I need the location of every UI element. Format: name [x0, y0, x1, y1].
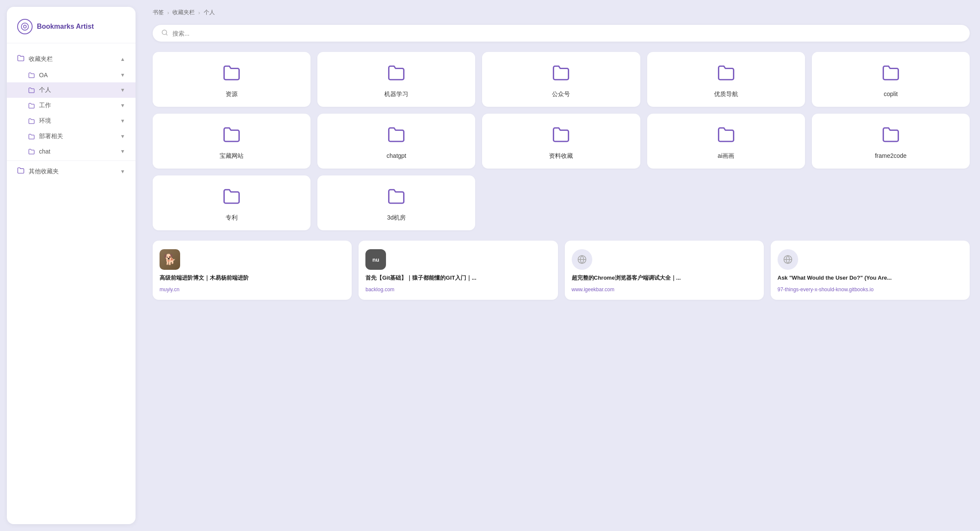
logo-icon: [17, 19, 33, 34]
breadcrumb: 书签 › 收藏夹栏 › 个人: [153, 9, 970, 16]
sidebar-sub-personal[interactable]: 个人 ▼: [7, 82, 136, 98]
folder-icon: [17, 54, 24, 63]
folder-card-icon: [882, 64, 900, 84]
bookmark-url[interactable]: www.igeekbar.com: [572, 287, 615, 293]
folder-card-4[interactable]: coplit: [812, 52, 970, 107]
chevron-up-icon: ▲: [120, 56, 125, 62]
bookmark-card-3[interactable]: Ask "What Would the User Do?" (You Are..…: [771, 241, 970, 300]
sidebar-sub-label-deploy: 部署相关: [39, 133, 63, 140]
folder-card-1[interactable]: 机器学习: [317, 52, 475, 107]
folder-card-icon: [552, 126, 570, 146]
folder-card-label: 资料收藏: [549, 152, 573, 160]
folder-card-2[interactable]: 公众号: [482, 52, 640, 107]
bookmark-card-2[interactable]: 超完整的Chrome浏览器客户端调试大全｜... www.igeekbar.co…: [565, 241, 764, 300]
folder-card-label: 3d机房: [387, 214, 406, 222]
folder-card-label: 资源: [226, 91, 238, 98]
folder-grid: 资源 机器学习 公众号 优质导航 coplit: [153, 52, 970, 230]
bookmark-thumb-generic: [778, 249, 798, 270]
breadcrumb-item-1[interactable]: 收藏夹栏: [172, 9, 195, 16]
folder-card-label: frame2code: [875, 152, 907, 159]
folder-card-label: 机器学习: [384, 91, 408, 98]
bookmark-thumb: [572, 249, 592, 270]
folder-card-10[interactable]: 专利: [153, 175, 311, 230]
svg-line-3: [166, 34, 167, 35]
sidebar-nav: 收藏夹栏 ▲ OA ▼ 个人 ▼: [7, 43, 136, 180]
folder-card-icon: [223, 126, 241, 146]
folder-card-icon: [882, 126, 900, 146]
bookmark-url[interactable]: muyiy.cn: [160, 287, 179, 293]
folder-card-5[interactable]: 宝藏网站: [153, 114, 311, 169]
sidebar-sub-label-chat: chat: [39, 148, 50, 155]
folder-card-icon: [387, 64, 405, 84]
sidebar-logo: Bookmarks Artist: [7, 15, 136, 43]
chevron-down-icon-personal: ▼: [120, 87, 125, 93]
bookmark-thumb: nu: [365, 249, 386, 270]
bookmark-thumb: 🐕: [160, 249, 180, 270]
breadcrumb-sep-0: ›: [167, 9, 169, 16]
sidebar-sub-label-env: 环境: [39, 117, 51, 125]
folder-card-label: coplit: [884, 91, 898, 97]
chevron-down-icon-work: ▼: [120, 103, 125, 109]
sidebar-sub-env[interactable]: 环境 ▼: [7, 113, 136, 129]
folder-card-label: 宝藏网站: [220, 152, 244, 160]
main-content: 书签 › 收藏夹栏 › 个人 资源 机器学习: [142, 0, 980, 531]
svg-point-1: [24, 25, 27, 28]
folder-card-icon: [223, 187, 241, 208]
folder-card-icon: [223, 64, 241, 84]
chevron-down-icon-deploy: ▼: [120, 133, 125, 139]
app-title: Bookmarks Artist: [37, 23, 94, 30]
bookmark-card-1[interactable]: nu 首先【Git基础】｜猿子都能懂的GIT入门｜... backlog.com: [359, 241, 558, 300]
sidebar-item-favorites[interactable]: 收藏夹栏 ▲: [7, 50, 136, 68]
sidebar-sub-OA[interactable]: OA ▼: [7, 68, 136, 82]
search-input[interactable]: [172, 30, 961, 37]
breadcrumb-item-2[interactable]: 个人: [204, 9, 215, 16]
svg-point-0: [21, 23, 29, 30]
folder-card-11[interactable]: 3d机房: [317, 175, 475, 230]
bookmark-title: Ask "What Would the User Do?" (You Are..…: [778, 274, 963, 282]
folder-card-icon: [552, 64, 570, 84]
folder-card-icon: [717, 64, 735, 84]
sidebar-sub-label-OA: OA: [39, 72, 48, 78]
folder-icon-other: [17, 167, 24, 176]
sidebar-sub-chat[interactable]: chat ▼: [7, 144, 136, 159]
bookmark-title: 首先【Git基础】｜猿子都能懂的GIT入门｜...: [365, 274, 551, 282]
sidebar-sub-label-work: 工作: [39, 102, 51, 109]
bookmark-thumb-logo: nu: [365, 249, 386, 270]
folder-card-9[interactable]: frame2code: [812, 114, 970, 169]
folder-card-0[interactable]: 资源: [153, 52, 311, 107]
search-bar: [153, 25, 970, 42]
bookmark-url[interactable]: 97-things-every-x-should-know.gitbooks.i…: [778, 287, 874, 293]
sidebar-sub-deploy[interactable]: 部署相关 ▼: [7, 129, 136, 144]
folder-card-label: ai画画: [718, 152, 734, 160]
folder-card-6[interactable]: chatgpt: [317, 114, 475, 169]
folder-card-3[interactable]: 优质导航: [647, 52, 805, 107]
folder-card-label: chatgpt: [386, 152, 406, 159]
folder-card-7[interactable]: 资料收藏: [482, 114, 640, 169]
bookmark-url[interactable]: backlog.com: [365, 287, 394, 293]
folder-card-icon: [387, 126, 405, 146]
bookmark-thumb: [778, 249, 798, 270]
bookmark-title: 超完整的Chrome浏览器客户端调试大全｜...: [572, 274, 757, 282]
chevron-down-icon-chat: ▼: [120, 148, 125, 154]
chevron-down-icon-other: ▼: [120, 169, 125, 175]
folder-card-icon: [387, 187, 405, 208]
sidebar-sub-work[interactable]: 工作 ▼: [7, 98, 136, 113]
breadcrumb-item-0[interactable]: 书签: [153, 9, 164, 16]
folder-card-label: 公众号: [552, 91, 570, 98]
bookmark-title: 高级前端进阶博文｜木易杨前端进阶: [160, 274, 345, 282]
bookmark-grid: 🐕 高级前端进阶博文｜木易杨前端进阶 muyiy.cn nu 首先【Git基础】…: [153, 241, 970, 300]
sidebar-label-other: 其他收藏夹: [29, 168, 59, 175]
bookmark-card-0[interactable]: 🐕 高级前端进阶博文｜木易杨前端进阶 muyiy.cn: [153, 241, 352, 300]
sidebar-sub-label-personal: 个人: [39, 86, 51, 94]
chevron-down-icon: ▼: [120, 72, 125, 78]
sidebar-item-other[interactable]: 其他收藏夹 ▼: [7, 163, 136, 180]
chevron-down-icon-env: ▼: [120, 118, 125, 124]
folder-card-icon: [717, 126, 735, 146]
folder-card-label: 优质导航: [714, 91, 738, 98]
sidebar-label-favorites: 收藏夹栏: [29, 55, 53, 63]
sidebar: Bookmarks Artist 收藏夹栏 ▲ OA ▼: [7, 7, 136, 524]
search-icon: [161, 29, 168, 37]
bookmark-thumb-img: 🐕: [160, 249, 180, 270]
folder-card-8[interactable]: ai画画: [647, 114, 805, 169]
folder-card-label: 专利: [226, 214, 238, 222]
